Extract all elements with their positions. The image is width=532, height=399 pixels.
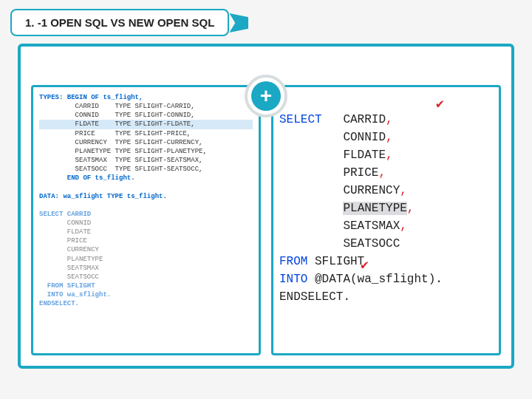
comparison-container: + OPEN SQL TYPES: BEGIN OF ts_flight, CA… [18, 44, 514, 369]
title-banner: 1. -1 OPEN SQL VS NEW OPEN SQL [10, 9, 229, 36]
code-line: END OF ts_flight. [39, 174, 253, 183]
kw-from: FROM [279, 255, 307, 268]
code-line: SEATSMAX TYPE SFLIGHT-SEATSMAX, [39, 156, 253, 165]
code-line: PRICE TYPE SFLIGHT-PRICE, [39, 129, 253, 138]
code-line: SEATSOCC TYPE SFLIGHT-SEATSOCC, [39, 165, 253, 174]
code-line: FLDATE [39, 228, 253, 236]
code-line: SEATSOCC [39, 273, 253, 282]
code-line: FLDATE TYPE SFLIGHT-FLDATE, [39, 120, 253, 129]
code-line: CURRENCY TYPE SFLIGHT-CURRENCY, [39, 138, 253, 147]
code-line: CARRID TYPE SFLIGHT-CARRID, [39, 102, 253, 111]
kw-into: INTO [279, 273, 307, 286]
code-line: FROM SFLIGHT [39, 282, 253, 290]
left-panel: OPEN SQL TYPES: BEGIN OF ts_flight, CARR… [31, 85, 261, 355]
right-code-block: SELECT CARRID, CONNID, FLDATE, PRICE, CU… [279, 93, 493, 355]
code-line: ENDSELECT. [39, 299, 253, 308]
code-line: CURRENCY [39, 245, 253, 254]
checkmark-icon: ✔ [361, 256, 369, 276]
code-line: SEATSMAX [39, 264, 253, 273]
code-line: INTO wa_sflight. [39, 290, 253, 299]
code-line: SELECT CARRID [39, 210, 253, 219]
kw-select: SELECT [279, 113, 322, 126]
checkmark-icon: ✔ [436, 95, 444, 115]
code-line: TYPES: BEGIN OF ts_flight, [39, 93, 253, 102]
code-line: CONNID TYPE SFLIGHT-CONNID, [39, 111, 253, 120]
plus-icon: + [251, 81, 281, 111]
code-line: PLANETYPE TYPE SFLIGHT-PLANETYPE, [39, 147, 253, 156]
code-line: PLANETYPE [39, 255, 253, 264]
code-line: CONNID [39, 219, 253, 228]
code-line: DATA: wa_sflight TYPE ts_flight. [39, 192, 253, 201]
left-code-block: TYPES: BEGIN OF ts_flight, CARRID TYPE S… [39, 93, 253, 308]
code-line: PRICE [39, 236, 253, 245]
right-panel: NEW OPEN SQL SELECT CARRID, CONNID, FLDA… [271, 85, 501, 355]
plus-badge: + [245, 75, 287, 117]
code-line [39, 183, 253, 191]
page-title: 1. -1 OPEN SQL VS NEW OPEN SQL [25, 16, 214, 29]
highlighted-field: PLANETYPE [343, 202, 406, 215]
code-line [39, 201, 253, 210]
